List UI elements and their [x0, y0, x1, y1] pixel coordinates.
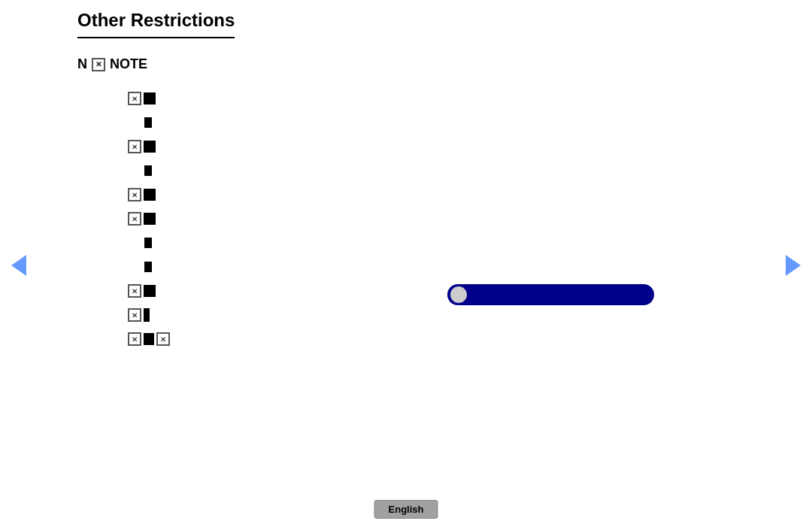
item-symbol: ✕ [128, 212, 141, 226]
item-block [144, 165, 152, 176]
note-section: N ✕ NOTE [77, 56, 147, 80]
note-symbol-box: ✕ [92, 58, 105, 71]
item-symbol: ✕ [128, 140, 141, 153]
item-symbol-2: ✕ [156, 332, 170, 346]
item-block [144, 141, 156, 153]
list-item [128, 161, 170, 180]
list-item [128, 257, 170, 277]
items-list: ✕ ✕ ✕ ✕ [128, 89, 170, 349]
item-symbol: ✕ [128, 284, 141, 298]
note-n-label: N [77, 56, 87, 72]
item-block [144, 92, 156, 104]
list-item: ✕ [128, 281, 170, 301]
progress-bar[interactable] [447, 284, 654, 305]
main-content: Other Restrictions N ✕ NOTE ✕ ✕ [0, 0, 812, 530]
list-item: ✕ [128, 185, 170, 204]
list-item [128, 113, 170, 132]
progress-thumb [450, 286, 467, 303]
item-block [144, 308, 150, 322]
note-text: NOTE [110, 56, 147, 72]
list-item: ✕ ✕ [128, 329, 170, 349]
language-button[interactable]: English [374, 500, 438, 519]
item-block [144, 238, 152, 248]
item-block [144, 333, 154, 345]
list-item: ✕ [128, 209, 170, 229]
item-symbol: ✕ [128, 332, 141, 346]
page-title: Other Restrictions [77, 10, 235, 38]
note-header: N ✕ NOTE [77, 56, 147, 72]
item-block [144, 213, 156, 225]
item-symbol: ✕ [128, 92, 141, 105]
list-item [128, 233, 170, 253]
item-symbol: ✕ [128, 308, 141, 322]
item-block [144, 285, 156, 297]
list-item: ✕ [128, 305, 170, 325]
item-block [144, 117, 152, 128]
list-item: ✕ [128, 89, 170, 108]
nav-arrow-right[interactable] [786, 255, 801, 276]
title-section: Other Restrictions [77, 10, 235, 38]
item-block [144, 262, 152, 272]
nav-arrow-left[interactable] [11, 255, 26, 276]
list-item: ✕ [128, 137, 170, 156]
item-symbol: ✕ [128, 188, 141, 201]
item-block [144, 189, 156, 201]
